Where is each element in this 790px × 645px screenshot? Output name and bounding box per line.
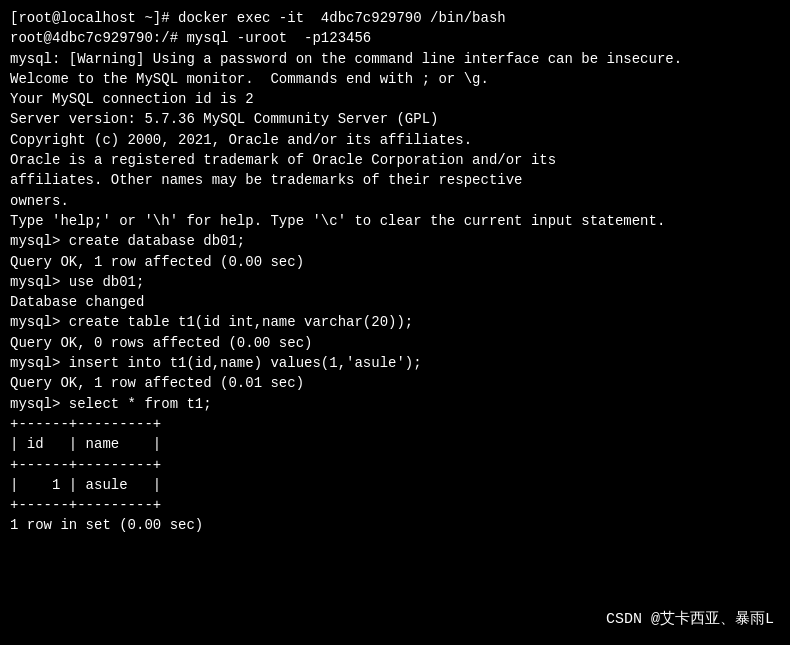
terminal-line: Query OK, 0 rows affected (0.00 sec) [10,333,780,353]
terminal-line: Welcome to the MySQL monitor. Commands e… [10,69,780,89]
terminal-line: +------+---------+ [10,495,780,515]
terminal-line: +------+---------+ [10,455,780,475]
terminal-line: Query OK, 1 row affected (0.01 sec) [10,373,780,393]
terminal-window: [root@localhost ~]# docker exec -it 4dbc… [0,0,790,645]
terminal-line: affiliates. Other names may be trademark… [10,170,780,190]
terminal-line: mysql> select * from t1; [10,394,780,414]
terminal-output: [root@localhost ~]# docker exec -it 4dbc… [10,8,780,536]
terminal-line: Type 'help;' or '\h' for help. Type '\c'… [10,211,780,231]
terminal-line: mysql> create database db01; [10,231,780,251]
terminal-line: Server version: 5.7.36 MySQL Community S… [10,109,780,129]
terminal-line: Copyright (c) 2000, 2021, Oracle and/or … [10,130,780,150]
terminal-line: mysql: [Warning] Using a password on the… [10,49,780,69]
terminal-line: owners. [10,191,780,211]
terminal-line: Database changed [10,292,780,312]
terminal-line: | id | name | [10,434,780,454]
terminal-line: Query OK, 1 row affected (0.00 sec) [10,252,780,272]
terminal-line: mysql> use db01; [10,272,780,292]
terminal-line: Your MySQL connection id is 2 [10,89,780,109]
terminal-line: root@4dbc7c929790:/# mysql -uroot -p1234… [10,28,780,48]
terminal-line: Oracle is a registered trademark of Orac… [10,150,780,170]
terminal-line: [root@localhost ~]# docker exec -it 4dbc… [10,8,780,28]
terminal-line: +------+---------+ [10,414,780,434]
terminal-line: mysql> create table t1(id int,name varch… [10,312,780,332]
terminal-line: mysql> insert into t1(id,name) values(1,… [10,353,780,373]
watermark: CSDN @艾卡西亚、暴雨L [606,609,774,631]
terminal-line: | 1 | asule | [10,475,780,495]
terminal-line: 1 row in set (0.00 sec) [10,515,780,535]
